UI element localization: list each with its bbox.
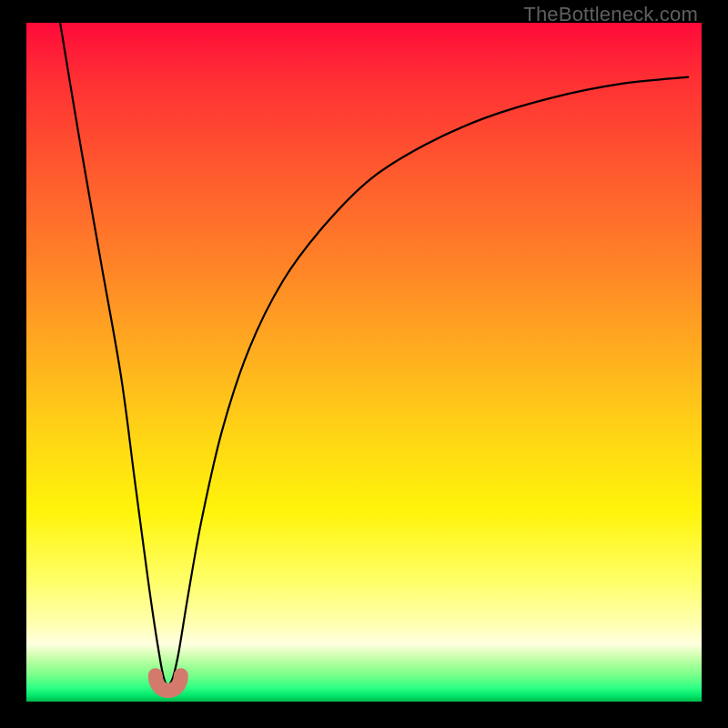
bottleneck-curve <box>60 23 688 685</box>
minimum-nub <box>156 675 181 691</box>
curve-layer <box>26 23 702 702</box>
chart-frame: TheBottleneck.com <box>0 0 728 728</box>
plot-area <box>26 23 702 702</box>
